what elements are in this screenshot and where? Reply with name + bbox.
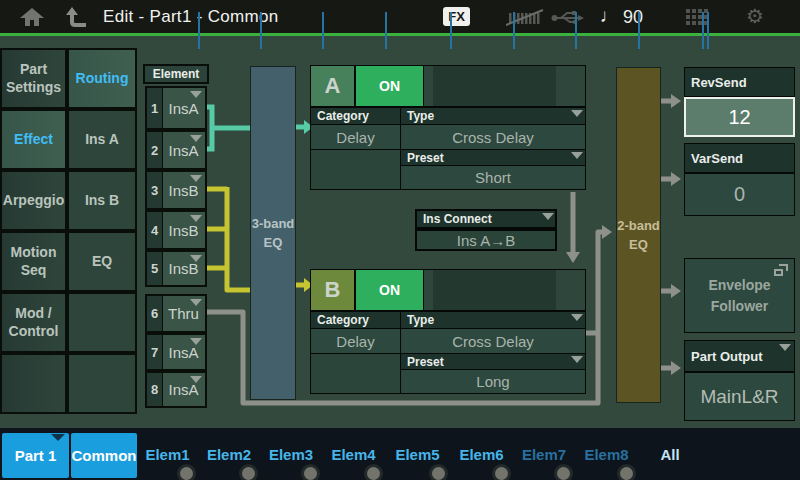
ins-b-spacer-cell [310,353,401,394]
sidebar-item-motion-seq[interactable]: Motion Seq [0,231,67,292]
ins-a-on-button[interactable]: ON [355,65,424,107]
popup-window-icon [779,264,788,271]
dropdown-icon [190,376,202,383]
ins-a-preset-value[interactable]: Short [400,165,586,190]
keyboard-local-off-icon [506,8,546,27]
subtab-ins-a[interactable]: Ins A [67,109,137,170]
tab-separator [638,12,640,49]
element-number: 1 [147,88,163,128]
element-7-routing-select[interactable]: 7 InsA [145,333,207,371]
element-6-routing-select[interactable]: 6 Thru [145,294,207,333]
element-number: 8 [147,373,163,406]
topbar-accent-line [0,33,800,36]
gear-icon[interactable]: ⚙ [746,4,764,28]
dropdown-icon [571,314,583,321]
dropdown-icon [190,175,202,182]
synth-edit-screen: Edit - Part1 - Common FX ♩ 90 ⚙ Part Set… [0,0,800,480]
ins-a-preset-label: Preset [400,149,586,166]
sidebar-item-effect[interactable]: Effect [0,109,67,170]
sidebar-item-part-settings[interactable]: Part Settings [0,48,67,109]
dropdown-icon [571,152,583,159]
dropdown-icon [542,213,554,220]
ins-a-category-value[interactable]: Delay [310,124,401,150]
dropdown-icon [779,344,791,351]
subtab-ins-b[interactable]: Ins B [67,170,137,231]
subtab-empty-2 [67,353,137,414]
tab-separator [198,12,200,49]
element-status-dot [301,464,320,480]
ins-b-header-dark-segment [433,270,556,310]
var-send-label: VarSend [684,143,795,173]
ins-b-category-value[interactable]: Delay [310,328,401,354]
tab-all[interactable]: All [638,428,702,480]
subtab-routing[interactable]: Routing [67,48,137,109]
part-output-value[interactable]: MainL&R [684,372,795,421]
dropdown-icon [190,91,202,98]
back-up-icon[interactable] [66,6,88,27]
common-tab-button[interactable]: Common [71,433,137,478]
element-1-routing-select[interactable]: 1 InsA [145,86,207,130]
element-status-dot [177,464,196,480]
element-status-dot [429,464,448,480]
ins-b-preset-value[interactable]: Long [400,369,586,394]
tab-separator [575,12,577,49]
subtab-eq[interactable]: EQ [67,231,137,292]
usb-midi-icon [551,10,585,25]
ins-a-type-label: Type [400,107,586,125]
tab-separator [450,12,452,49]
rev-send-label: RevSend [684,67,795,97]
subtab-empty-1 [67,292,137,353]
3-band-eq-block[interactable]: 3-band EQ [250,66,296,400]
home-icon[interactable] [19,7,45,27]
tab-separator [707,12,709,49]
fx-indicator[interactable]: FX [443,7,470,26]
element-4-routing-select[interactable]: 4 InsB [145,210,207,250]
sidebar-item-arpeggio[interactable]: Arpeggio [0,170,67,231]
ins-connect-value[interactable]: Ins A→B [415,229,557,251]
dropdown-icon [571,356,583,363]
dropdown-icon [190,135,202,142]
element-3-routing-select[interactable]: 3 InsB [145,170,207,210]
element-number: 2 [147,132,163,168]
element-column-header: Element [143,64,209,84]
dropdown-icon [190,215,202,222]
dropdown-icon [571,110,583,117]
rev-send-value[interactable]: 12 [684,97,795,137]
ins-b-category-label: Category [310,311,401,329]
ins-a-type-value[interactable]: Cross Delay [400,124,586,150]
element-5-routing-select[interactable]: 5 InsB [145,250,207,287]
tab-separator [513,12,515,49]
tab-separator [260,12,262,49]
element-status-dot [239,464,258,480]
element-2-routing-select[interactable]: 2 InsA [145,130,207,170]
ins-a-header-dark-segment [433,66,556,106]
dropdown-icon [190,338,202,345]
quarter-note-icon: ♩ [600,5,619,27]
element-number: 7 [147,335,163,369]
element-status-dot [364,464,383,480]
ins-connect-label: Ins Connect [415,209,557,229]
ins-a-badge: A [310,65,355,107]
tab-separator [385,12,387,49]
dropdown-icon [51,434,65,441]
var-send-value[interactable]: 0 [684,173,795,216]
element-status-dot [617,464,636,480]
ins-b-preset-label: Preset [400,353,586,370]
sidebar-item-mod-control[interactable]: Mod / Control [0,292,67,353]
ins-b-on-button[interactable]: ON [355,269,424,311]
element-status-dot [492,464,511,480]
tempo-value[interactable]: 90 [623,7,643,28]
element-number: 5 [147,252,163,285]
element-8-routing-select[interactable]: 8 InsA [145,371,207,408]
ins-a-category-label: Category [310,107,401,125]
element-status-dot [554,464,573,480]
tab-separator [702,12,704,49]
element-number: 3 [147,172,163,208]
dropdown-icon [190,255,202,262]
tab-separator [322,12,324,49]
element-number: 4 [147,212,163,248]
2-band-eq-block[interactable]: 2-band EQ [616,67,661,403]
ins-b-type-label: Type [400,311,586,329]
dropdown-icon [190,299,202,306]
ins-b-type-value[interactable]: Cross Delay [400,328,586,354]
